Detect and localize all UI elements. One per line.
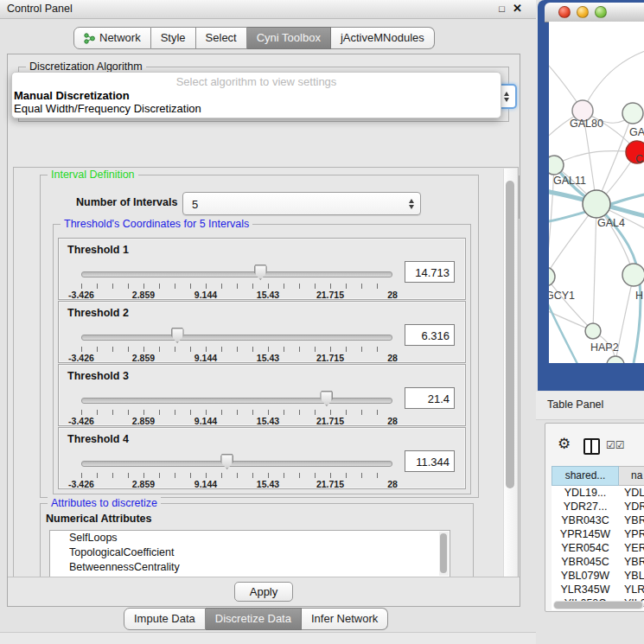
mac-zoom-button[interactable] <box>595 6 607 18</box>
slider-thumb[interactable] <box>220 454 233 469</box>
apply-button[interactable]: Apply <box>234 582 293 602</box>
slider-scale: -3.426 2.859 9.144 15.43 21.715 28 <box>81 479 392 489</box>
mac-close-button[interactable] <box>558 6 571 18</box>
close-icon[interactable]: ✕ <box>513 2 522 15</box>
tab-select[interactable]: Select <box>196 27 247 49</box>
dropdown-option-equal-width-frequency[interactable]: Equal Width/Frequency Discretization <box>14 102 201 115</box>
threshold-value-field[interactable]: 6.316 <box>405 324 455 346</box>
scale-tick-label: 21.715 <box>316 353 344 363</box>
node-top-right[interactable] <box>622 103 643 124</box>
float-window-icon[interactable]: □ <box>499 3 505 14</box>
attributes-list[interactable]: SelfLoops TopologicalCoefficient Between… <box>49 530 450 577</box>
stepper-icon <box>409 199 414 209</box>
cell-shared[interactable]: YPR145W <box>552 527 619 541</box>
node-gcy1[interactable] <box>549 267 555 286</box>
cell-name[interactable]: YER0 <box>619 541 644 555</box>
tab-impute-data[interactable]: Impute Data <box>124 608 206 630</box>
tab-cyni-toolbox[interactable]: Cyni Toolbox <box>247 27 331 49</box>
scale-tick-label: 28 <box>387 290 398 300</box>
threshold-slider[interactable]: -3.426 2.859 9.144 15.43 21.715 28 <box>81 263 392 297</box>
node-label-h: H <box>635 290 643 302</box>
threshold-slider[interactable]: -3.426 2.859 9.144 15.43 21.715 28 <box>81 326 392 360</box>
cell-name[interactable]: YPR1 <box>619 527 644 541</box>
tab-label: Discretize Data <box>215 609 291 629</box>
scrollbar-thumb[interactable] <box>506 181 514 488</box>
list-item[interactable]: BetweennessCentrality <box>50 560 450 575</box>
network-canvas[interactable]: GAL80 GA C GAL11 GAL4 GCY1 H HAP2 <box>549 22 644 363</box>
cell-name[interactable]: YLR3 <box>619 583 644 596</box>
threshold-value-field[interactable]: 11.344 <box>405 450 455 472</box>
slider-ticks <box>81 473 392 478</box>
cell-name[interactable]: YBR0 <box>619 513 644 527</box>
table-row[interactable]: YBR043CYBR0 <box>552 513 644 527</box>
slider-scale: -3.426 2.859 9.144 15.43 21.715 28 <box>81 353 392 363</box>
network-window-titlebar <box>545 3 644 22</box>
node-gal4[interactable] <box>583 190 610 218</box>
tab-style[interactable]: Style <box>151 27 196 49</box>
table-horizontal-scrollbar[interactable] <box>553 601 644 609</box>
cell-shared[interactable]: YDL19... <box>552 486 619 500</box>
mac-minimize-button[interactable] <box>577 6 589 18</box>
list-item[interactable]: SelfLoops <box>50 531 450 545</box>
column-visibility-icon[interactable]: ☑☑ <box>606 439 625 451</box>
dropdown-option-manual-discretization[interactable]: Manual Discretization <box>14 89 130 102</box>
scale-tick-label: -3.426 <box>68 479 94 489</box>
scale-tick-label: 9.144 <box>194 416 217 426</box>
slider-ticks <box>81 410 392 415</box>
scrollbar-thumb[interactable] <box>554 602 642 609</box>
slider-track[interactable] <box>81 398 392 404</box>
tab-infer-network[interactable]: Infer Network <box>302 608 388 630</box>
gear-icon[interactable]: ⚙ <box>558 437 571 451</box>
column-header-name[interactable]: na <box>619 466 644 486</box>
column-header-shared[interactable]: shared... <box>552 466 619 486</box>
table-row[interactable]: YDR27...YDR2 <box>552 500 644 513</box>
scale-tick-label: 28 <box>387 353 398 363</box>
threshold-value-field[interactable]: 14.713 <box>405 261 455 283</box>
node-gal11[interactable] <box>549 156 564 175</box>
threshold-value-field[interactable]: 21.4 <box>405 387 455 409</box>
cell-shared[interactable]: YBR045C <box>552 555 619 569</box>
slider-track[interactable] <box>81 461 392 467</box>
threshold-slider[interactable]: -3.426 2.859 9.144 15.43 21.715 28 <box>81 452 392 487</box>
table-row[interactable]: YLR345WYLR3 <box>552 583 644 596</box>
slider-scale: -3.426 2.859 9.144 15.43 21.715 28 <box>81 290 392 300</box>
scale-tick-label: 21.715 <box>316 290 344 300</box>
algorithm-dropdown-popup: Select algorithm to view settings Manual… <box>11 72 501 118</box>
slider-thumb[interactable] <box>254 265 267 280</box>
node-hap2[interactable] <box>585 323 601 339</box>
cell-shared[interactable]: YBR043C <box>552 513 619 527</box>
table-row[interactable]: YER054CYER0 <box>552 541 644 555</box>
attributes-group: Attributes to discretize Numerical Attri… <box>40 503 474 579</box>
list-scrollbar[interactable] <box>439 532 449 576</box>
table-row[interactable]: YDL19...YDL1 <box>552 486 644 500</box>
threshold-slider[interactable]: -3.426 2.859 9.144 15.43 21.715 28 <box>81 389 392 424</box>
slider-thumb[interactable] <box>320 391 333 406</box>
scale-tick-label: 28 <box>387 416 398 426</box>
tab-network[interactable]: Network <box>73 27 151 49</box>
table-row[interactable]: YBL079WYBL0 <box>552 569 644 583</box>
settings-scrollbar[interactable] <box>503 169 517 577</box>
tab-discretize-data[interactable]: Discretize Data <box>206 608 302 630</box>
scale-tick-label: 9.144 <box>194 290 217 300</box>
table-row[interactable]: YPR145WYPR1 <box>552 527 644 541</box>
network-icon <box>84 33 95 44</box>
cell-name[interactable]: YDL1 <box>619 486 644 500</box>
tab-jactivemnodules[interactable]: jActiveMNodules <box>331 27 435 49</box>
slider-track[interactable] <box>81 271 392 277</box>
num-intervals-combobox[interactable]: 5 <box>182 192 421 215</box>
cell-name[interactable]: YDR2 <box>619 500 644 513</box>
cell-shared[interactable]: YLR345W <box>552 583 619 596</box>
node-h[interactable] <box>622 264 644 286</box>
cell-name[interactable]: YBL0 <box>619 569 644 583</box>
slider-track[interactable] <box>81 335 392 341</box>
cell-shared[interactable]: YBL079W <box>552 569 619 583</box>
cell-shared[interactable]: YER054C <box>552 541 619 555</box>
cell-shared[interactable]: YDR27... <box>552 500 619 513</box>
cell-name[interactable]: YBR0 <box>619 555 644 569</box>
table-row[interactable]: YBR045CYBR0 <box>552 555 644 569</box>
node-bottom[interactable] <box>607 356 624 363</box>
node-label-hap2: HAP2 <box>590 341 619 354</box>
list-item[interactable]: TopologicalCoefficient <box>50 545 450 560</box>
split-columns-icon[interactable] <box>583 438 600 455</box>
slider-thumb[interactable] <box>171 328 184 343</box>
